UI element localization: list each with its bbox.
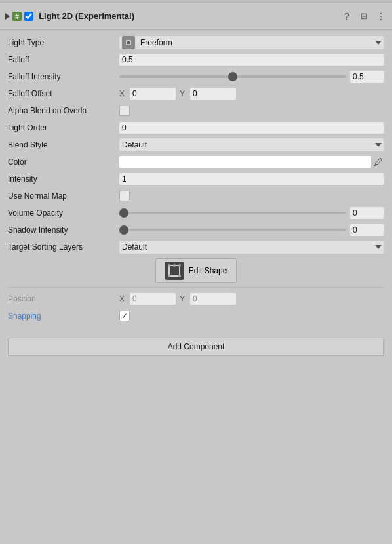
position-row: Position X Y [8, 292, 384, 306]
eyedropper-icon[interactable]: 🖊 [374, 157, 384, 167]
light-type-dropdown[interactable]: Freeform [119, 36, 384, 49]
panel-content: Light Type Freeform [0, 30, 392, 331]
edit-shape-button[interactable]: Edit Shape [155, 258, 237, 283]
intensity-input[interactable] [119, 173, 384, 185]
light-order-control [119, 122, 384, 134]
falloff-offset-xy: X Y [119, 88, 236, 100]
intensity-row: Intensity [8, 172, 384, 186]
blend-style-row: Blend Style Default [8, 138, 384, 152]
volume-opacity-slider[interactable] [119, 212, 346, 214]
help-icon[interactable]: ? [341, 11, 353, 22]
panel-title: Light 2D (Experimental) [39, 11, 338, 21]
panel-header: # Light 2D (Experimental) ? ⊞ ⋮ [0, 3, 392, 30]
blend-style-arrow [375, 143, 382, 147]
alpha-blend-control [119, 106, 384, 116]
shadow-intensity-value: 0 [350, 224, 384, 236]
svg-rect-3 [169, 265, 180, 276]
snapping-checkbox[interactable]: ✓ [119, 311, 130, 321]
falloff-offset-label: Falloff Offset [8, 89, 119, 98]
falloff-offset-row: Falloff Offset X Y [8, 87, 384, 101]
use-normal-map-control [119, 191, 384, 201]
falloff-x-label: X [119, 89, 125, 98]
light-order-input[interactable] [119, 122, 384, 134]
light-order-row: Light Order [8, 121, 384, 135]
header-icons: ? ⊞ ⋮ [341, 11, 387, 22]
add-component-row: Add Component [0, 331, 392, 359]
settings-icon[interactable]: ⊞ [358, 11, 370, 21]
alpha-blend-checkbox[interactable] [119, 106, 130, 116]
light-type-icon [122, 36, 135, 49]
shadow-intensity-row: Shadow Intensity 0 [8, 223, 384, 237]
blend-style-control: Default [119, 138, 384, 151]
target-sorting-layers-dropdown[interactable]: Default [119, 241, 384, 254]
use-normal-map-checkbox[interactable] [119, 191, 130, 201]
light-type-value: Freeform [140, 38, 172, 47]
svg-point-5 [178, 264, 181, 267]
check-mark: ✓ [121, 312, 128, 320]
volume-opacity-row: Volume Opacity 0 [8, 206, 384, 220]
light-type-arrow [375, 41, 382, 45]
svg-rect-2 [127, 41, 130, 44]
falloff-x-input[interactable] [130, 88, 176, 100]
falloff-y-label: Y [180, 89, 185, 98]
position-y-input[interactable] [190, 293, 236, 305]
volume-opacity-control: 0 [119, 207, 384, 219]
color-preview[interactable] [119, 156, 371, 168]
edit-shape-row: Edit Shape [8, 258, 384, 283]
use-normal-map-row: Use Normal Map [8, 189, 384, 203]
intensity-control [119, 173, 384, 185]
light-type-row: Light Type Freeform [8, 35, 384, 50]
more-icon[interactable]: ⋮ [375, 11, 387, 22]
volume-opacity-value: 0 [350, 207, 384, 219]
volume-opacity-label: Volume Opacity [8, 208, 119, 218]
falloff-intensity-value: 0.5 [350, 71, 384, 83]
light-order-label: Light Order [8, 123, 119, 132]
falloff-intensity-control: 0.5 [119, 71, 384, 83]
shadow-intensity-label: Shadow Intensity [8, 225, 119, 235]
shadow-intensity-control: 0 [119, 224, 384, 236]
intensity-label: Intensity [8, 174, 119, 184]
color-row: Color 🖊 [8, 155, 384, 169]
target-sorting-layers-control: Default [119, 241, 384, 254]
svg-point-4 [168, 264, 170, 267]
edit-shape-icon [165, 262, 184, 280]
target-sorting-layers-arrow [375, 245, 382, 249]
snapping-row: Snapping ✓ [8, 309, 384, 323]
hash-badge: # [12, 12, 22, 21]
use-normal-map-label: Use Normal Map [8, 191, 119, 201]
svg-point-8 [173, 264, 176, 267]
blend-style-value: Default [122, 140, 147, 149]
target-sorting-layers-row: Target Sorting Layers Default [8, 240, 384, 254]
position-label: Position [8, 294, 119, 303]
falloff-intensity-row: Falloff Intensity 0.5 [8, 69, 384, 84]
light-type-label: Light Type [8, 38, 119, 47]
falloff-intensity-label: Falloff Intensity [8, 72, 119, 81]
light-2d-panel: # Light 2D (Experimental) ? ⊞ ⋮ Light Ty… [0, 0, 392, 369]
snapping-control: ✓ [119, 311, 384, 321]
target-sorting-layers-label: Target Sorting Layers [8, 243, 119, 252]
svg-point-6 [168, 275, 170, 277]
snapping-label[interactable]: Snapping [8, 311, 119, 321]
falloff-offset-control: X Y [119, 88, 384, 100]
falloff-input[interactable] [119, 54, 384, 66]
collapse-arrow[interactable] [5, 13, 10, 20]
edit-shape-label: Edit Shape [189, 266, 227, 275]
add-component-button[interactable]: Add Component [8, 338, 384, 356]
divider [8, 287, 384, 288]
position-x-input[interactable] [130, 293, 176, 305]
blend-style-dropdown[interactable]: Default [119, 138, 384, 151]
light-type-control: Freeform [119, 36, 384, 49]
falloff-row: Falloff [8, 52, 384, 67]
falloff-intensity-slider[interactable] [119, 75, 346, 78]
blend-style-label: Blend Style [8, 140, 119, 149]
alpha-blend-row: Alpha Blend on Overla [8, 104, 384, 118]
position-y-label: Y [180, 294, 185, 303]
shadow-intensity-slider[interactable] [119, 229, 346, 231]
enabled-checkbox[interactable] [24, 12, 33, 21]
falloff-control [119, 54, 384, 66]
position-x-label: X [119, 294, 125, 303]
color-label: Color [8, 157, 119, 166]
position-xy: X Y [119, 293, 236, 305]
falloff-y-input[interactable] [190, 88, 236, 100]
color-control: 🖊 [119, 156, 384, 168]
